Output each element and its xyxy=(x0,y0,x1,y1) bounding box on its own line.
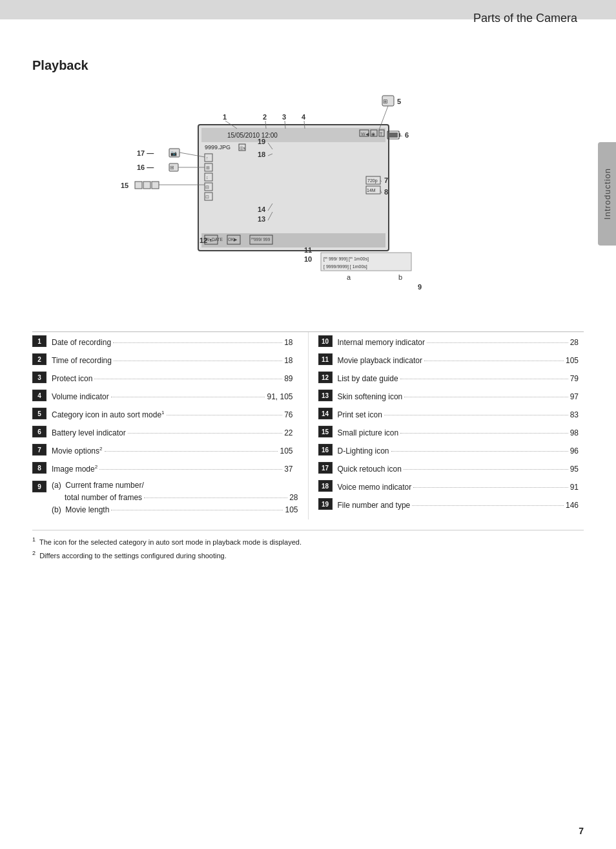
list-item: 13 Skin softening icon 97 xyxy=(318,386,584,404)
svg-text:W●DATE: W●DATE xyxy=(205,237,223,242)
item-number-4: 4 xyxy=(32,390,46,401)
list-item: 17 Quick retouch icon 95 xyxy=(318,459,584,477)
svg-text:⊞: ⊞ xyxy=(170,165,174,171)
svg-text:ᴹ999/ 999: ᴹ999/ 999 xyxy=(251,237,271,242)
item-number-12: 12 xyxy=(318,372,333,383)
svg-text:W◀: W◀ xyxy=(361,132,369,136)
list-item: 2 Time of recording 18 xyxy=(32,350,298,368)
svg-text:8: 8 xyxy=(384,188,388,196)
list-item: 6 Battery level indicator 22 xyxy=(32,423,298,441)
svg-text:4: 4 xyxy=(302,113,306,121)
item-number-14: 14 xyxy=(318,408,333,419)
list-item: 8 Image mode2 37 xyxy=(32,459,298,477)
svg-text:📷: 📷 xyxy=(170,150,177,156)
svg-text:17 —: 17 — xyxy=(137,149,154,157)
svg-text:↕: ↕ xyxy=(206,175,209,180)
list-item: 16 D-Lighting icon 96 xyxy=(318,441,584,459)
svg-text:T: T xyxy=(380,132,383,136)
item-number-19: 19 xyxy=(318,498,333,510)
svg-text:5: 5 xyxy=(397,98,401,105)
list-item: 4 Volume indicator 91, 105 xyxy=(32,386,298,404)
svg-text:16 —: 16 — xyxy=(137,163,154,171)
svg-text:[ᴹ 999/ 999] [ᴹ    1m00s]: [ᴹ 999/ 999] [ᴹ 1m00s] xyxy=(323,257,369,262)
svg-text:12: 12 xyxy=(200,236,207,244)
svg-text:[ 9999/9999] [      1m00s]: [ 9999/9999] [ 1m00s] xyxy=(323,264,367,269)
svg-text:3: 3 xyxy=(282,113,286,121)
svg-text:⊞: ⊞ xyxy=(383,98,388,105)
list-item: 10 Internal memory indicator 28 xyxy=(318,332,584,350)
items-section: 1 Date of recording 18 2 Time of recordi… xyxy=(32,331,584,519)
svg-text:9999.JPG: 9999.JPG xyxy=(205,144,231,151)
items-left-col: 1 Date of recording 18 2 Time of recordi… xyxy=(32,332,308,519)
svg-text:18: 18 xyxy=(258,151,265,158)
page: Parts of the Camera Introduction Playbac… xyxy=(0,0,616,849)
svg-text:⊞: ⊞ xyxy=(206,165,210,170)
list-item: 11 Movie playback indicator 105 xyxy=(318,350,584,368)
item-number-10: 10 xyxy=(318,335,333,347)
svg-text:9: 9 xyxy=(418,283,422,291)
svg-text:◎₁: ◎₁ xyxy=(240,145,245,150)
svg-rect-70 xyxy=(143,182,150,189)
item-number-11: 11 xyxy=(318,353,333,365)
item-number-5: 5 xyxy=(32,408,46,419)
item-number-1: 1 xyxy=(32,335,46,347)
svg-text:6: 6 xyxy=(405,131,409,139)
diagram-container: 15/05/2010 12:00 W◀ ◉ T 9999.JPG ◎₁ xyxy=(82,92,534,319)
side-tab: Introduction xyxy=(598,142,616,246)
item-number-16: 16 xyxy=(318,444,333,456)
list-item: 19 File number and type 146 xyxy=(318,495,584,513)
svg-text:11: 11 xyxy=(304,246,312,254)
item-number-9: 9 xyxy=(32,481,46,492)
svg-text:a: a xyxy=(347,273,351,281)
svg-text:⊡: ⊡ xyxy=(205,194,209,199)
list-item: 18 Voice memo indicator 91 xyxy=(318,477,584,495)
list-item: 15 Small picture icon 98 xyxy=(318,423,584,441)
diagram-svg: 15/05/2010 12:00 W◀ ◉ T 9999.JPG ◎₁ xyxy=(82,92,534,319)
page-title: Parts of the Camera xyxy=(473,12,577,25)
svg-text:1: 1 xyxy=(223,113,227,121)
item-number-3: 3 xyxy=(32,372,46,383)
page-number: 7 xyxy=(579,826,584,836)
item-number-13: 13 xyxy=(318,390,333,401)
item-number-15: 15 xyxy=(318,426,333,437)
svg-rect-69 xyxy=(135,182,142,189)
list-item: 12 List by date guide 79 xyxy=(318,368,584,386)
footnote-2: 2 Differs according to the settings conf… xyxy=(32,549,584,561)
items-right-col: 10 Internal memory indicator 28 11 Movie… xyxy=(308,332,584,519)
svg-text:b: b xyxy=(398,273,402,281)
list-item: 7 Movie options2 105 xyxy=(32,441,298,459)
svg-text:10: 10 xyxy=(304,255,312,263)
item-number-17: 17 xyxy=(318,462,333,474)
svg-text:2: 2 xyxy=(263,113,267,121)
list-item: 1 Date of recording 18 xyxy=(32,332,298,350)
svg-text:◉: ◉ xyxy=(371,132,375,136)
item-number-18: 18 xyxy=(318,480,333,492)
svg-text:15: 15 xyxy=(121,182,128,189)
side-tab-label: Introduction xyxy=(602,168,612,220)
list-item: 5 Category icon in auto sort mode1 76 xyxy=(32,404,298,423)
svg-text:13: 13 xyxy=(258,215,265,223)
footnote-1: 1 The icon for the selected category in … xyxy=(32,536,584,547)
svg-text:OK▶: OK▶ xyxy=(228,237,238,242)
svg-text:720p: 720p xyxy=(367,178,378,183)
item-number-6: 6 xyxy=(32,426,46,437)
svg-text:↑: ↑ xyxy=(206,156,209,160)
svg-rect-11 xyxy=(389,132,398,138)
list-item-9: 9 (a) Current frame number/ total number… xyxy=(32,477,298,519)
list-item: 3 Protect icon 89 xyxy=(32,368,298,386)
item-number-7: 7 xyxy=(32,444,46,456)
svg-text:7: 7 xyxy=(384,176,388,184)
svg-text:14: 14 xyxy=(258,205,266,213)
item-number-2: 2 xyxy=(32,353,46,365)
svg-text:⊟: ⊟ xyxy=(205,185,209,189)
list-item: 14 Print set icon 83 xyxy=(318,404,584,423)
svg-text:14M: 14M xyxy=(367,188,376,193)
main-content: Playback 15/05/2010 12:00 W◀ ◉ T xyxy=(0,19,616,589)
section-title: Playback xyxy=(32,58,584,73)
svg-text:19: 19 xyxy=(258,138,265,145)
footnotes: 1 The icon for the selected category in … xyxy=(32,530,584,561)
svg-rect-71 xyxy=(152,182,159,189)
svg-text:15/05/2010  12:00: 15/05/2010 12:00 xyxy=(227,132,278,139)
item-number-8: 8 xyxy=(32,462,46,474)
